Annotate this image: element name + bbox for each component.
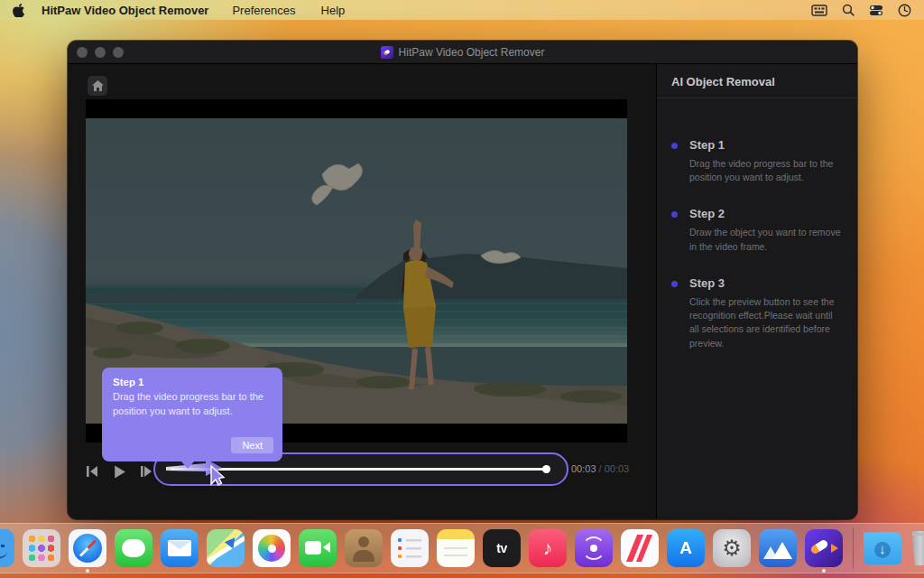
launchpad-icon: [23, 529, 60, 567]
home-icon: [92, 80, 104, 91]
trash-icon: [910, 531, 924, 565]
next-frame-icon: [139, 464, 153, 479]
app-window: HitPaw Video Object Remover: [68, 41, 857, 519]
control-center-icon[interactable]: [869, 5, 883, 16]
running-indicator: [86, 569, 89, 573]
next-frame-button[interactable]: [138, 462, 154, 480]
menu-app-name[interactable]: HitPaw Video Object Remover: [42, 4, 208, 17]
step-item-2: Step 2 Draw the object you want to remov…: [657, 207, 857, 253]
time-separator: /: [596, 463, 605, 474]
dock-item-podcasts[interactable]: [575, 529, 613, 567]
window-app-icon: [381, 46, 393, 59]
letterbox-top: [86, 99, 627, 118]
dock-item-music[interactable]: ♪: [529, 529, 567, 567]
dock-item-trash[interactable]: [910, 529, 924, 567]
dock-divider: [853, 527, 854, 569]
reminders-icon: [391, 529, 429, 567]
dock-item-maps[interactable]: [207, 529, 245, 567]
dock-item-finder[interactable]: [0, 529, 14, 567]
sidebar-title: AI Object Removal: [657, 64, 857, 98]
dock-item-reminders[interactable]: [391, 529, 429, 567]
dock-item-hitpaw[interactable]: [805, 529, 843, 567]
news-icon: [621, 529, 659, 567]
time-display: 00:03 / 00:03: [571, 463, 629, 474]
step-title: Step 3: [689, 276, 841, 290]
apple-menu-icon[interactable]: [13, 3, 25, 17]
dock-item-contacts[interactable]: [345, 529, 383, 567]
appletv-icon: tv: [483, 529, 521, 567]
window-title: HitPaw Video Object Remover: [399, 46, 545, 59]
facetime-icon: [299, 529, 337, 567]
clock-icon[interactable]: [898, 4, 911, 17]
tooltip-tail: [181, 461, 194, 469]
hitpaw-icon: [805, 529, 843, 567]
close-button[interactable]: [77, 47, 88, 58]
music-icon: ♪: [529, 529, 567, 567]
input-source-icon[interactable]: [811, 5, 827, 16]
dock-item-launchpad[interactable]: [23, 529, 60, 567]
play-button[interactable]: [111, 462, 127, 480]
step-desc: Click the preview button to see the reco…: [689, 295, 841, 350]
dock-item-news[interactable]: [621, 529, 659, 567]
tooltip-body: Drag the video progress bar to the posit…: [113, 390, 272, 419]
dock-item-appletv[interactable]: tv: [483, 529, 521, 567]
menu-item-preferences[interactable]: Preferences: [232, 4, 295, 17]
finder-icon: [0, 529, 14, 567]
appstore-icon: A: [667, 529, 705, 567]
play-icon: [112, 464, 127, 480]
dock-item-downloads[interactable]: ↓: [864, 529, 901, 567]
previous-frame-icon: [85, 464, 99, 479]
downloads-icon: ↓: [864, 532, 901, 564]
next-button[interactable]: Next: [231, 437, 273, 453]
step-title: Step 2: [689, 207, 841, 220]
home-button[interactable]: [88, 76, 107, 96]
step-desc: Draw the object you want to remove in th…: [689, 226, 841, 253]
mail-icon: [161, 529, 199, 567]
current-time: 00:03: [571, 463, 596, 474]
dock-item-appstore[interactable]: A: [667, 529, 705, 567]
zoom-button[interactable]: [113, 47, 124, 58]
step-item-3: Step 3 Click the preview button to see t…: [657, 276, 857, 350]
dock: tv♪A⚙↓: [0, 523, 924, 573]
contacts-icon: [345, 529, 383, 567]
previous-frame-button[interactable]: [84, 462, 100, 480]
safari-icon: [69, 529, 106, 567]
dock-item-messages[interactable]: [115, 529, 152, 567]
messages-icon: [115, 529, 152, 567]
bullet-icon: [671, 143, 678, 149]
step-tooltip: Step 1 Drag the video progress bar to th…: [102, 368, 282, 461]
photos-icon: [253, 529, 291, 567]
menu-item-help[interactable]: Help: [321, 4, 346, 17]
instructions-sidebar: AI Object Removal Step 1 Drag the video …: [656, 64, 857, 518]
step-item-1: Step 1 Drag the video progress bar to th…: [657, 138, 857, 184]
mountain-app-icon: [759, 529, 797, 567]
dock-item-mountain-app[interactable]: [759, 529, 797, 567]
search-icon[interactable]: [842, 4, 855, 16]
dock-item-mail[interactable]: [161, 529, 199, 567]
maps-icon: [207, 529, 245, 567]
podcasts-icon: [575, 529, 613, 567]
transport-controls: [84, 458, 154, 485]
dock-item-facetime[interactable]: [299, 529, 337, 567]
dock-item-photos[interactable]: [253, 529, 291, 567]
step-title: Step 1: [689, 138, 841, 152]
window-titlebar[interactable]: HitPaw Video Object Remover: [68, 41, 857, 64]
minimize-button[interactable]: [95, 47, 106, 58]
dock-item-notes[interactable]: [437, 529, 475, 567]
tooltip-title: Step 1: [113, 377, 272, 387]
editor-pane: Step 1 Drag the video progress bar to th…: [68, 64, 656, 518]
settings-icon: ⚙: [713, 529, 751, 567]
menu-bar: HitPaw Video Object Remover Preferences …: [0, 0, 924, 20]
dock-item-safari[interactable]: [69, 529, 106, 567]
playhead-knob[interactable]: [542, 465, 550, 473]
bullet-icon: [671, 211, 678, 218]
dock-item-settings[interactable]: ⚙: [713, 529, 751, 567]
step-desc: Drag the video progress bar to the posit…: [689, 157, 841, 184]
notes-icon: [437, 529, 475, 567]
bullet-icon: [671, 281, 678, 287]
running-indicator: [822, 569, 826, 573]
total-time: 00:03: [605, 463, 630, 474]
